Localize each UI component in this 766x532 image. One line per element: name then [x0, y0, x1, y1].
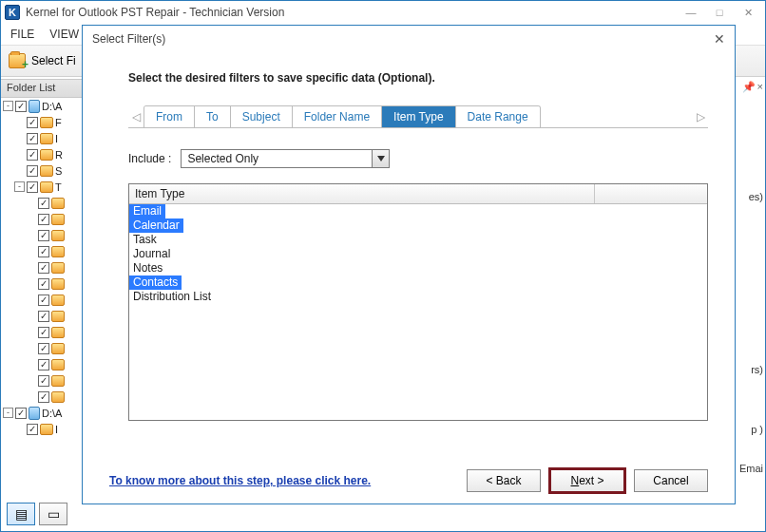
select-filters-dialog: Select Filter(s) ✕ Select the desired fi…: [82, 25, 736, 504]
list-item[interactable]: Journal: [129, 247, 707, 261]
tab-folder-name[interactable]: Folder Name: [293, 106, 382, 127]
include-value: Selected Only: [187, 152, 259, 165]
checkbox[interactable]: ✓: [38, 343, 49, 354]
folder-icon: [51, 359, 65, 370]
tree-node[interactable]: ✓: [26, 259, 90, 276]
expand-icon[interactable]: -: [14, 181, 25, 192]
list-item-label: Calendar: [129, 218, 183, 233]
checkbox[interactable]: ✓: [27, 133, 38, 144]
tree-node[interactable]: ✓: [26, 195, 90, 211]
list-item-label: Email: [129, 204, 165, 218]
checkbox[interactable]: ✓: [27, 181, 38, 193]
expand-icon[interactable]: -: [3, 101, 13, 111]
tree-label: F: [55, 117, 62, 128]
list-item[interactable]: Task: [129, 233, 707, 247]
list-item[interactable]: Email: [129, 204, 707, 218]
tab-from[interactable]: From: [144, 106, 195, 127]
tree-node[interactable]: -✓D:\A: [3, 98, 90, 114]
list-item[interactable]: Distribution List: [129, 290, 707, 304]
tree-node[interactable]: ✓: [26, 340, 90, 356]
tree-node[interactable]: ✓F: [14, 114, 90, 130]
filter-tab-row: ◁ FromToSubjectFolder NameItem TypeDate …: [128, 105, 708, 128]
list-body[interactable]: EmailCalendarTaskJournalNotesContactsDis…: [129, 204, 707, 420]
pin-icon[interactable]: 📌: [742, 81, 756, 93]
menu-file[interactable]: FILE: [10, 28, 34, 41]
view-preview-button[interactable]: ▭: [39, 503, 67, 525]
checkbox[interactable]: ✓: [38, 214, 49, 225]
menu-view[interactable]: VIEW: [49, 28, 79, 41]
folder-tree[interactable]: -✓D:\A✓F✓I✓R✓S-✓T✓✓✓✓✓✓✓✓✓✓✓✓✓-✓D:\A✓I: [3, 98, 90, 478]
help-link[interactable]: To know more about this step, please cli…: [109, 474, 371, 487]
tree-node[interactable]: ✓I: [14, 130, 90, 146]
folder-icon: [51, 214, 65, 225]
checkbox[interactable]: ✓: [38, 198, 49, 209]
tree-node[interactable]: -✓D:\A: [3, 405, 90, 421]
tree-node[interactable]: ✓: [26, 276, 90, 292]
title-bar: K Kernel for Outlook PST Repair - Techni…: [1, 1, 765, 24]
chevron-down-icon[interactable]: [372, 150, 389, 167]
window-title: Kernel for Outlook PST Repair - Technici…: [26, 6, 678, 19]
tab-date-range[interactable]: Date Range: [456, 106, 540, 127]
back-button[interactable]: < Back: [467, 469, 541, 492]
checkbox[interactable]: ✓: [38, 311, 49, 322]
window-controls: — □ ✕: [678, 4, 761, 21]
cancel-button[interactable]: Cancel: [634, 469, 708, 492]
checkbox[interactable]: ✓: [38, 246, 49, 257]
checkbox[interactable]: ✓: [38, 262, 49, 274]
folder-icon: [51, 311, 65, 322]
view-list-button[interactable]: ▤: [7, 503, 35, 525]
checkbox[interactable]: ✓: [27, 165, 38, 177]
folder-icon: [40, 424, 53, 435]
panel-close-icon[interactable]: ×: [757, 81, 763, 92]
dialog-close-icon[interactable]: ✕: [714, 31, 725, 47]
checkbox[interactable]: ✓: [15, 408, 27, 419]
tree-node[interactable]: ✓: [26, 227, 90, 243]
close-button[interactable]: ✕: [735, 4, 761, 21]
list-item[interactable]: Calendar: [129, 218, 707, 233]
item-type-list[interactable]: Item Type EmailCalendarTaskJournalNotesC…: [128, 183, 708, 421]
tree-node[interactable]: ✓: [26, 211, 90, 227]
checkbox[interactable]: ✓: [38, 359, 49, 370]
checkbox[interactable]: ✓: [38, 375, 49, 387]
open-folder-icon[interactable]: [9, 53, 26, 68]
checkbox[interactable]: ✓: [38, 294, 49, 306]
side-text-2: rs): [751, 364, 763, 375]
checkbox[interactable]: ✓: [27, 117, 38, 128]
tab-item-type[interactable]: Item Type: [382, 106, 455, 127]
maximize-button[interactable]: □: [706, 4, 733, 21]
tab-subject[interactable]: Subject: [231, 106, 293, 127]
tree-node[interactable]: ✓S: [14, 162, 90, 179]
tab-scroll-right-icon[interactable]: ▷: [693, 110, 708, 124]
list-item[interactable]: Contacts: [129, 276, 707, 290]
checkbox[interactable]: ✓: [38, 278, 49, 290]
tree-node[interactable]: ✓: [26, 243, 90, 259]
checkbox[interactable]: ✓: [38, 327, 49, 338]
checkbox[interactable]: ✓: [27, 424, 38, 435]
tree-label: D:\A: [42, 408, 62, 419]
tree-node[interactable]: ✓: [26, 356, 90, 372]
tree-node[interactable]: ✓I: [14, 421, 90, 437]
tree-node[interactable]: ✓: [26, 308, 90, 324]
list-item-label: Journal: [129, 247, 174, 260]
next-button[interactable]: Next >: [550, 469, 624, 492]
tree-node[interactable]: ✓: [26, 324, 90, 340]
folder-icon: [51, 375, 65, 387]
tree-node[interactable]: ✓: [26, 372, 90, 389]
expand-icon[interactable]: -: [3, 408, 13, 418]
checkbox[interactable]: ✓: [38, 391, 49, 403]
checkbox[interactable]: ✓: [27, 149, 38, 161]
checkbox[interactable]: ✓: [38, 230, 49, 241]
tab-to[interactable]: To: [195, 106, 231, 127]
include-dropdown[interactable]: Selected Only: [181, 149, 390, 168]
tree-node[interactable]: ✓: [26, 292, 90, 308]
tree-node[interactable]: ✓R: [14, 146, 90, 162]
checkbox[interactable]: ✓: [15, 101, 27, 112]
minimize-button[interactable]: —: [678, 4, 704, 21]
folder-icon: [51, 262, 65, 274]
tree-node[interactable]: ✓: [26, 389, 90, 405]
list-item[interactable]: Notes: [129, 261, 707, 276]
tab-scroll-left-icon[interactable]: ◁: [128, 110, 144, 124]
tree-node[interactable]: -✓T: [14, 179, 90, 195]
side-text-3: p ): [751, 424, 763, 435]
column-item-type[interactable]: Item Type: [129, 184, 595, 203]
